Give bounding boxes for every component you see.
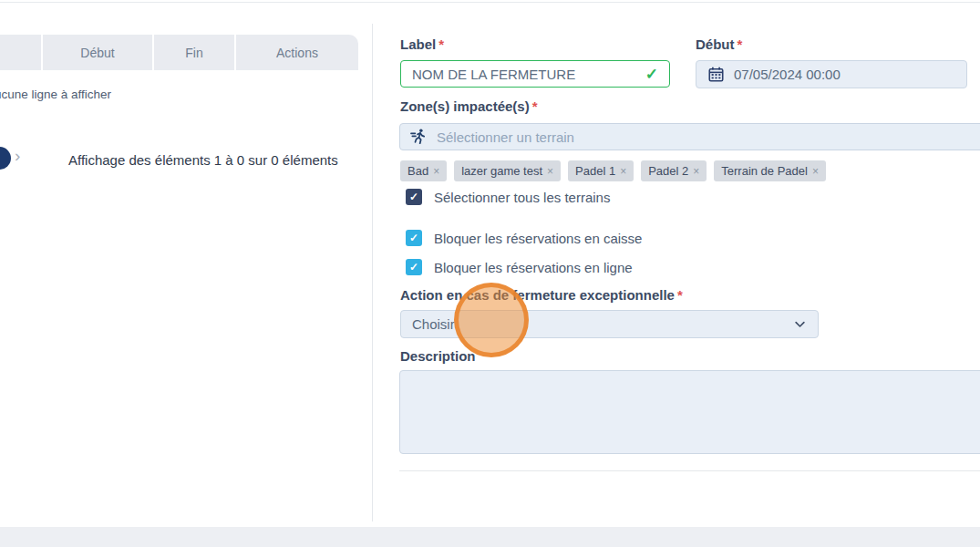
panel-divider xyxy=(372,24,373,521)
required-asterisk: * xyxy=(532,98,538,114)
description-textarea[interactable] xyxy=(399,370,980,454)
pagination-next-button[interactable]: › xyxy=(15,146,20,166)
debut-datetime-value: 07/05/2024 00:00 xyxy=(734,67,841,82)
block-caisse-label: Bloquer les réservations en caisse xyxy=(434,231,642,246)
remove-tag-icon[interactable]: × xyxy=(547,165,553,178)
select-all-terrains-label: Sélectionner tous les terrains xyxy=(434,190,610,205)
zone-tag: lazer game test × xyxy=(454,160,561,181)
block-ligne-checkbox[interactable]: ✓ xyxy=(406,259,422,275)
runner-icon xyxy=(408,128,428,146)
zone-tag: Padel 2 × xyxy=(641,160,707,181)
calendar-icon xyxy=(708,67,724,82)
table-header-debut[interactable]: Début xyxy=(43,35,152,70)
footer-bar xyxy=(0,527,980,547)
select-all-terrains-checkbox[interactable]: ✓ xyxy=(406,189,422,205)
debut-datetime-input[interactable]: 07/05/2024 00:00 xyxy=(696,60,967,88)
action-select-value: Choisir xyxy=(412,316,455,332)
required-asterisk: * xyxy=(438,36,444,52)
pagination-summary: Affichage des éléments 1 à 0 sur 0 éléme… xyxy=(68,152,338,168)
zones-select-placeholder: Sélectionner un terrain xyxy=(437,129,574,145)
label-field-label: Label* xyxy=(400,36,444,52)
table-header-actions[interactable]: Actions xyxy=(236,35,358,70)
label-input-value: NOM DE LA FERMETURE xyxy=(412,67,575,82)
check-icon: ✓ xyxy=(409,232,418,244)
required-asterisk: * xyxy=(738,36,743,52)
action-field-label: Action en cas de fermeture exceptionnell… xyxy=(400,287,683,303)
table-header-empty xyxy=(0,35,41,70)
action-select[interactable]: Choisir xyxy=(400,310,819,338)
top-border-line xyxy=(0,2,980,3)
zone-tag: Padel 1 × xyxy=(568,160,634,181)
check-icon: ✓ xyxy=(409,261,418,274)
block-caisse-row[interactable]: ✓ Bloquer les réservations en caisse xyxy=(406,230,642,246)
block-ligne-row[interactable]: ✓ Bloquer les réservations en ligne xyxy=(406,259,633,275)
debut-field-label: Début* xyxy=(696,36,742,52)
valid-check-icon: ✓ xyxy=(645,65,658,84)
pagination-current-page[interactable] xyxy=(0,147,11,170)
chevron-right-icon: › xyxy=(15,146,20,165)
chevron-down-icon xyxy=(793,317,807,331)
zone-tags-row: Bad × lazer game test × Padel 1 × Padel … xyxy=(400,160,826,181)
block-caisse-checkbox[interactable]: ✓ xyxy=(406,230,422,246)
remove-tag-icon[interactable]: × xyxy=(620,165,626,178)
required-asterisk: * xyxy=(677,287,683,303)
zone-tag: Bad × xyxy=(400,160,447,181)
remove-tag-icon[interactable]: × xyxy=(433,165,439,178)
label-input[interactable]: NOM DE LA FERMETURE ✓ xyxy=(400,60,670,88)
table-header-fin[interactable]: Fin xyxy=(154,35,234,70)
screen: Début Fin Actions Aucune ligne à affiche… xyxy=(0,0,980,547)
closures-table-header: Début Fin Actions xyxy=(0,35,358,70)
zones-field-label: Zone(s) impactée(s)* xyxy=(400,98,538,114)
remove-tag-icon[interactable]: × xyxy=(812,165,819,178)
remove-tag-icon[interactable]: × xyxy=(693,165,699,178)
zones-select-input[interactable]: Sélectionner un terrain xyxy=(399,123,980,150)
zone-tag: Terrain de Padel × xyxy=(714,160,826,181)
select-all-terrains-row[interactable]: ✓ Sélectionner tous les terrains xyxy=(406,189,610,205)
check-icon: ✓ xyxy=(409,191,418,203)
block-ligne-label: Bloquer les réservations en ligne xyxy=(434,260,633,275)
form-bottom-divider xyxy=(399,470,980,471)
table-empty-message: Aucune ligne à afficher xyxy=(0,88,111,101)
description-field-label: Description xyxy=(400,348,476,364)
